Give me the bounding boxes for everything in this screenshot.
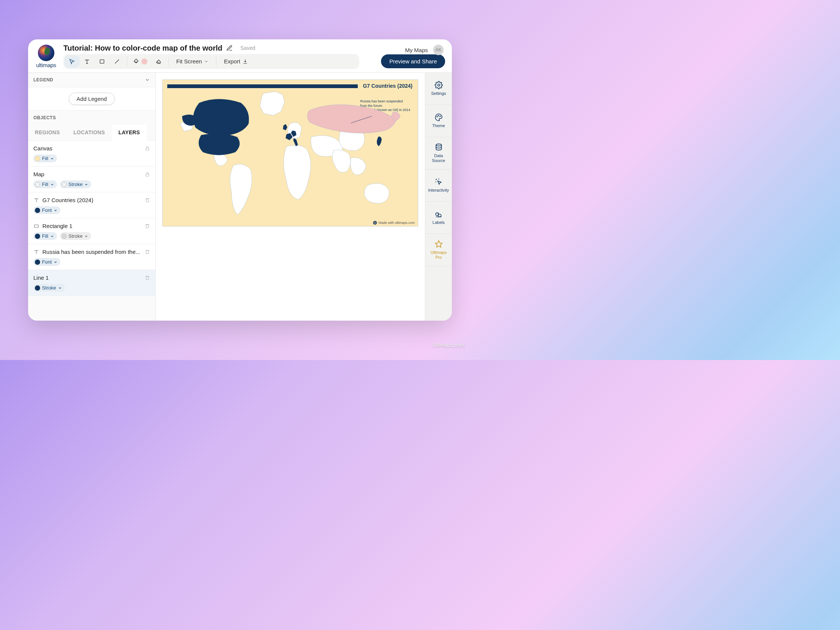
- chevron-down-icon: [204, 59, 208, 64]
- lock-icon: [145, 172, 150, 177]
- chevron-down-icon: [50, 183, 54, 186]
- map-title-bar: [167, 84, 358, 88]
- add-legend-row: Add Legend: [28, 87, 155, 111]
- trash-icon[interactable]: [145, 249, 150, 255]
- zoom-label: Fit Screen: [176, 58, 202, 65]
- chevron-down-icon: [84, 183, 88, 186]
- separator: [127, 57, 127, 66]
- rail-interactivity[interactable]: Interactivity: [425, 169, 452, 202]
- objects-tabs: REGIONS LOCATIONS LAYERS: [28, 125, 155, 141]
- document-title: Tutorial: How to color-code map of the w…: [63, 44, 223, 52]
- add-legend-button[interactable]: Add Legend: [69, 93, 115, 105]
- trash-icon[interactable]: [145, 197, 150, 203]
- chevron-down-icon: [50, 157, 54, 161]
- rail-datasource[interactable]: DataSource: [425, 137, 452, 169]
- map-attribution: Made with ultimaps.com: [373, 221, 415, 225]
- rail-theme[interactable]: Theme: [425, 105, 452, 137]
- rail-labels[interactable]: Labels: [425, 202, 452, 234]
- layer-item[interactable]: Russia has been suspended from the...Fon…: [28, 244, 155, 270]
- layer-item[interactable]: Rectangle 1FillStroke: [28, 218, 155, 244]
- tab-locations[interactable]: LOCATIONS: [67, 125, 112, 140]
- svg-rect-0: [100, 60, 104, 63]
- svg-rect-1: [146, 148, 149, 150]
- legend-section-header[interactable]: LEGEND: [28, 73, 155, 87]
- font-chip[interactable]: Font: [33, 206, 60, 214]
- stroke-chip[interactable]: Stroke: [60, 232, 92, 240]
- canvas-area[interactable]: G7 Countries (2024) Russia has been susp…: [156, 73, 425, 321]
- edit-title-icon[interactable]: [226, 45, 233, 51]
- gear-icon: [435, 81, 443, 89]
- svg-point-8: [439, 116, 440, 117]
- tab-layers[interactable]: LAYERS: [112, 125, 147, 141]
- fill-chip[interactable]: Fill: [33, 155, 57, 163]
- color-swatch: [35, 182, 40, 187]
- globe-icon: [38, 45, 54, 61]
- svg-point-10: [435, 213, 438, 216]
- fill-chip[interactable]: Fill: [33, 232, 57, 240]
- title-column: Tutorial: How to color-code map of the w…: [63, 44, 445, 69]
- layers-list: CanvasFillMapFillStrokeG7 Countries (202…: [28, 141, 155, 296]
- world-map-svg: [163, 90, 418, 226]
- database-icon: [435, 143, 443, 152]
- eraser-tool[interactable]: [151, 55, 166, 68]
- download-icon: [243, 59, 248, 64]
- preview-share-button[interactable]: Preview and Share: [381, 54, 445, 68]
- layer-item[interactable]: G7 Countries (2024)Font: [28, 193, 155, 218]
- lock-icon: [145, 146, 150, 151]
- title-row: Tutorial: How to color-code map of the w…: [63, 44, 445, 52]
- layer-item[interactable]: MapFillStroke: [28, 166, 155, 193]
- layer-title: Rectangle 1: [43, 223, 142, 229]
- chevron-down-icon: [145, 77, 150, 82]
- chevron-down-icon: [54, 208, 57, 212]
- trash-icon[interactable]: [145, 224, 150, 229]
- star-icon: [435, 240, 443, 248]
- svg-point-9: [436, 144, 441, 146]
- rail-settings[interactable]: Settings: [425, 73, 452, 105]
- brand-logo[interactable]: ultimaps: [35, 43, 57, 69]
- layer-title: Line 1: [33, 275, 142, 281]
- color-swatch: [35, 285, 40, 291]
- color-swatch: [35, 208, 40, 213]
- rail-ultimaps-pro[interactable]: UltimapsPro: [425, 234, 452, 266]
- layer-title: Canvas: [33, 145, 142, 152]
- my-maps-link[interactable]: My Maps: [405, 47, 428, 53]
- fill-chip[interactable]: Fill: [33, 180, 57, 188]
- line-tool[interactable]: [109, 55, 125, 68]
- text-icon: [33, 197, 39, 203]
- svg-point-7: [438, 115, 439, 116]
- user-avatar[interactable]: AK: [433, 45, 444, 55]
- rectangle-tool[interactable]: [95, 55, 109, 68]
- separator: [168, 57, 169, 66]
- chevron-down-icon: [50, 234, 54, 238]
- stroke-chip[interactable]: Stroke: [60, 180, 92, 188]
- text-tool[interactable]: [79, 55, 95, 68]
- zoom-fit-dropdown[interactable]: Fit Screen: [171, 55, 214, 68]
- map-title-text[interactable]: G7 Countries (2024): [363, 83, 412, 89]
- right-rail: Settings Theme DataSource Interactivity …: [425, 73, 452, 321]
- color-swatch: [35, 234, 40, 239]
- layer-item[interactable]: Line 1Stroke: [28, 270, 155, 296]
- layer-item[interactable]: CanvasFill: [28, 141, 155, 166]
- objects-header-label: OBJECTS: [33, 115, 56, 120]
- layer-title: G7 Countries (2024): [43, 197, 142, 203]
- font-chip[interactable]: Font: [33, 258, 60, 266]
- header-right: My Maps AK: [405, 45, 444, 55]
- tab-regions[interactable]: REGIONS: [28, 125, 67, 140]
- fill-tool[interactable]: [129, 55, 151, 68]
- palette-icon: [435, 113, 443, 122]
- trash-icon[interactable]: [145, 275, 150, 281]
- color-swatch: [35, 259, 40, 265]
- rectangle-icon: [33, 223, 39, 229]
- color-swatch: [62, 234, 67, 239]
- stroke-chip[interactable]: Stroke: [33, 284, 65, 292]
- map-frame[interactable]: G7 Countries (2024) Russia has been susp…: [163, 79, 418, 226]
- cursor-click-icon: [435, 178, 443, 186]
- legend-header-label: LEGEND: [33, 77, 53, 82]
- text-icon: [33, 249, 39, 255]
- separator: [216, 57, 216, 66]
- layer-title: Map: [33, 171, 142, 177]
- select-tool[interactable]: [65, 55, 79, 68]
- svg-point-6: [436, 117, 437, 117]
- globe-mini-icon: [373, 221, 377, 225]
- export-button[interactable]: Export: [219, 55, 253, 68]
